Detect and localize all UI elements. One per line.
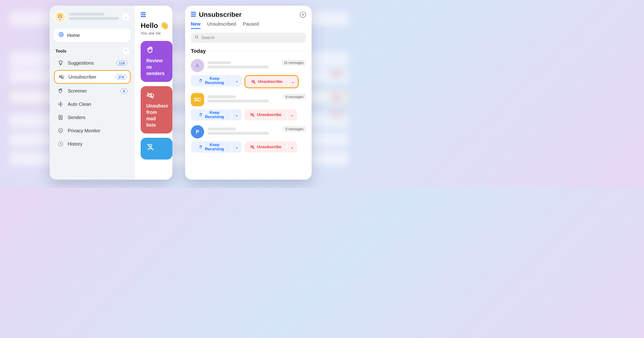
section-today: Today [191,48,206,54]
message-count: 5 messages [284,126,306,132]
hand-icon [57,88,64,94]
tool-label: Unsubscriber [68,74,112,80]
menu-icon[interactable] [141,12,172,17]
sender-name-placeholder [208,128,269,136]
megaphone-off-icon [58,74,65,80]
tool-badge: 119 [116,60,128,66]
sender-avatar: P [191,125,204,138]
keep-dropdown-button[interactable]: ⌄ [232,75,242,86]
keep-receiving-button[interactable]: Keep Receiving [191,109,232,120]
search-icon [194,35,199,40]
svg-point-1 [58,17,60,18]
contacts-icon [57,114,64,120]
svg-point-0 [55,12,65,22]
user-avatar [54,11,66,23]
svg-point-9 [195,36,198,38]
tool-badge: 4 [120,88,128,94]
tool-screener[interactable]: Screener 4 [54,85,131,97]
unsubscribe-dropdown-button[interactable]: ⌄ [288,141,297,153]
message-count: 16 messages [282,60,306,66]
sender-row: P 5 messages Keep Receiving ⌄ Unsubscrib… [191,125,306,153]
svg-point-3 [59,32,63,37]
arrows-icon [57,101,64,107]
collapse-chevron-icon[interactable]: ⌃ [123,48,129,54]
unsubscribe-dropdown-button[interactable]: ⌄ [288,76,298,87]
help-icon[interactable]: ? [300,12,306,18]
profile-menu-chevron-icon[interactable]: ⌄ [122,14,129,20]
card-text: Unsubscr from mail lists [146,103,167,128]
tool-unsubscriber[interactable]: Unsubscriber 278 [54,70,131,84]
tabs: New Unsubscribed Paused [191,21,306,29]
unsubscriber-panel: Unsubscriber ? New Unsubscribed Paused S… [185,6,312,180]
tool-history[interactable]: History [54,138,131,150]
hand-icon [146,46,167,55]
unsubscribe-button[interactable]: Unsubscribe [244,141,287,153]
keep-receiving-button[interactable]: Keep Receiving [191,141,232,153]
sender-name-placeholder [208,96,269,104]
tool-suggestions[interactable]: Suggestions 119 [54,57,131,69]
tab-new[interactable]: New [191,21,200,29]
shield-check-icon [57,128,64,134]
message-count: 8 messages [284,94,306,100]
unsubscribe-button[interactable]: Unsubscribe [245,76,288,87]
tool-label: Senders [68,115,128,120]
history-icon [57,141,64,147]
page-title: Unsubscriber [199,11,297,18]
profile-header[interactable]: ⌄ [54,11,131,23]
search-input[interactable]: Search [191,33,306,43]
tool-privacy-monitor[interactable]: Privacy Monitor [54,124,131,137]
tool-label: History [68,141,128,147]
keep-dropdown-button[interactable]: ⌄ [232,109,242,120]
svg-point-6 [60,116,61,118]
megaphone-off-icon [146,91,167,100]
tool-badge: 278 [116,74,127,80]
keep-receiving-button[interactable]: Keep Receiving [191,75,232,86]
sidebar-window: ⌄ Home Tools ⌃ Suggestions 119 Unsubscri… [50,6,172,180]
lightbulb-icon [57,60,64,66]
user-off-icon [146,143,167,152]
tool-label: Privacy Monitor [68,128,128,134]
home-at-icon [58,32,64,39]
sender-avatar: A [191,59,204,72]
greeting-subtitle: You are cle [141,31,172,36]
sender-avatar: SC [191,93,204,106]
tool-auto-clean[interactable]: Auto Clean [54,98,131,110]
menu-icon[interactable] [191,12,196,18]
card-senders[interactable] [141,138,172,160]
tools-section-title: Tools [56,49,66,54]
unsubscribe-dropdown-button[interactable]: ⌄ [288,109,297,120]
tool-label: Auto Clean [68,102,128,107]
tools-section-header[interactable]: Tools ⌃ [56,48,129,54]
sender-name-placeholder [208,61,269,70]
tool-label: Screener [68,88,116,94]
tool-senders[interactable]: Senders [54,111,131,124]
tab-unsubscribed[interactable]: Unsubscribed [207,21,236,29]
unsubscribe-button[interactable]: Unsubscribe [244,109,287,120]
greeting: Hello 👋 [141,21,172,30]
search-placeholder: Search [201,35,215,40]
card-unsubscribe[interactable]: Unsubscr from mail lists [141,86,172,134]
sender-row: A 16 messages Keep Receiving ⌄ Unsubscri… [191,59,306,88]
tool-label: Suggestions [68,60,112,66]
profile-name-placeholder [69,13,119,21]
tab-paused[interactable]: Paused [243,21,259,29]
home-button[interactable]: Home [54,28,131,42]
keep-dropdown-button[interactable]: ⌄ [232,141,242,153]
card-text: Review ne senders [146,58,167,77]
home-content-strip: Hello 👋 You are cle Review ne senders Un… [135,6,172,180]
card-screener[interactable]: Review ne senders [141,41,172,82]
home-label: Home [67,33,80,38]
svg-point-2 [61,17,62,18]
sender-row: SC 8 messages Keep Receiving ⌄ Unsubscri… [191,93,306,120]
